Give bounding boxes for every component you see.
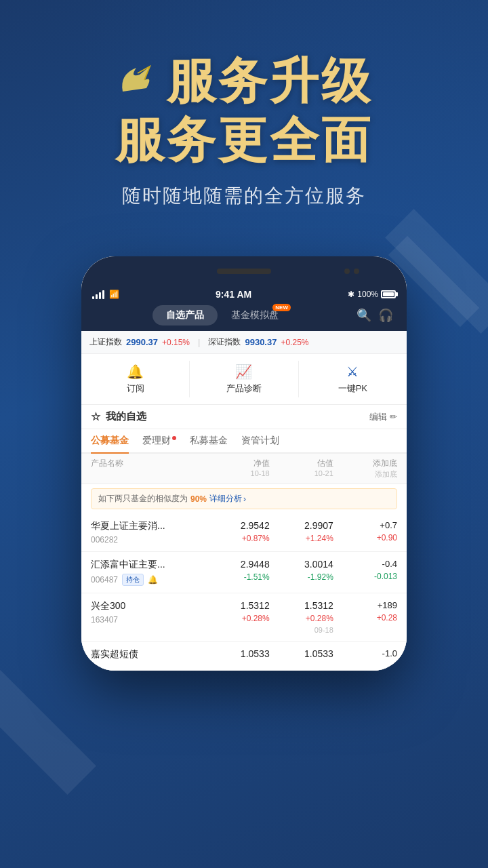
deco-stripe-3	[0, 670, 96, 795]
wifi-icon: 📶	[109, 290, 119, 299]
chevron-right-icon: ›	[243, 494, 246, 504]
signal-bar-3	[99, 292, 101, 299]
sz-change: +0.25%	[281, 338, 308, 347]
quick-action-diagnose[interactable]: 📈 产品诊断	[190, 361, 298, 397]
diagnose-label: 产品诊断	[226, 382, 262, 395]
nav-tab-simfund[interactable]: 基金模拟盘 NEW	[218, 305, 292, 326]
fund-row-3[interactable]: 嘉实超短债 1.0533 1.0533 -1.0	[81, 642, 407, 671]
fund-add2-0: +0.90	[333, 533, 397, 542]
fund-info-3: 嘉实超短债	[91, 648, 206, 663]
nav-tab-watchlist[interactable]: 自选产品	[152, 305, 218, 326]
fund-row-2[interactable]: 兴全300 163407 1.5312 +0.28% 1.5312 +0.28%…	[81, 593, 407, 642]
cat-tab-asset-mgmt-label: 资管计划	[241, 435, 279, 446]
fund-date: 09-18	[270, 626, 333, 634]
signal-bars	[92, 290, 104, 299]
sh-ticker: 上证指数 2990.37 +0.15%	[89, 336, 190, 348]
sh-label: 上证指数	[89, 336, 122, 348]
col-name-header: 产品名称	[91, 458, 206, 479]
ticker-divider: |	[198, 337, 200, 347]
cat-tab-public-fund[interactable]: 公募基金	[91, 429, 129, 452]
similarity-link[interactable]: 详细分析 ›	[209, 493, 246, 505]
phone-notch-bar	[81, 256, 407, 286]
battery-fill	[383, 292, 394, 296]
quick-action-subscribe[interactable]: 🔔 订阅	[81, 361, 190, 397]
fund-nav-val-3: 1.0533	[206, 648, 270, 659]
fund-code-row-0: 006282	[91, 535, 206, 545]
fund-name-3: 嘉实超短债	[91, 648, 206, 660]
watchlist-header: ☆ 我的自选 编辑 ✏	[81, 405, 407, 429]
nav-icons: 🔍 🎧	[357, 305, 393, 326]
fund-nav-change-1: -1.51%	[206, 572, 270, 582]
fund-nav-col-0: 2.9542 +0.87%	[206, 520, 270, 543]
subscribe-icon: 🔔	[127, 363, 144, 380]
fund-code-1: 006487	[91, 575, 118, 585]
fund-add-val-1: -0.4	[333, 559, 397, 569]
watchlist-icon: ☆	[91, 410, 100, 423]
search-icon-btn[interactable]: 🔍	[357, 308, 371, 323]
fund-row-0[interactable]: 华夏上证主要消... 006282 2.9542 +0.87% 2.9907 +…	[81, 513, 407, 552]
fund-est-col-0: 2.9907 +1.24%	[270, 520, 333, 543]
phone-outer: 📶 9:41 AM ✱ 100% 自选产品 基金模拟盘 NEW	[81, 256, 407, 671]
battery-pct: 100%	[357, 290, 378, 299]
signal-bar-1	[92, 296, 94, 299]
pk-label: 一键PK	[338, 382, 367, 395]
sz-value: 9930.37	[245, 337, 277, 347]
col-est-label: 估值	[317, 458, 333, 469]
fund-nav-change-2: +0.28%	[206, 614, 270, 623]
fund-add-col-1: -0.4 -0.013	[333, 559, 397, 581]
fund-add-val-3: -1.0	[333, 648, 397, 658]
subscribe-label: 订阅	[127, 382, 144, 395]
col-nav-header: 净值 10-18	[206, 458, 270, 479]
phone-camera-dots	[344, 269, 359, 274]
col-add-header: 添加底 添加底	[333, 458, 397, 479]
fund-nav-col-2: 1.5312 +0.28%	[206, 600, 270, 623]
bluetooth-icon: ✱	[348, 290, 354, 299]
signal-bar-2	[96, 294, 98, 299]
col-nav-label: 净值	[253, 458, 270, 469]
phone-dot-2	[354, 269, 359, 274]
fund-nav-val-0: 2.9542	[206, 520, 270, 531]
col-add-sub: 添加底	[333, 469, 397, 479]
fund-code-0: 006282	[91, 535, 118, 545]
status-left: 📶	[92, 290, 119, 299]
fund-info-1: 汇添富中证主要... 006487 持仓 🔔	[91, 559, 206, 586]
fund-add2-1: -0.013	[333, 572, 397, 581]
hero-title-line1: 服务升级	[167, 54, 373, 108]
pk-icon: ⚔	[346, 363, 359, 380]
hero-title-row1: 服务升级	[41, 54, 447, 108]
phone-screen: 上证指数 2990.37 +0.15% | 深证指数 9930.37 +0.25…	[81, 331, 407, 671]
fund-nav-val-2: 1.5312	[206, 600, 270, 611]
fund-name-0: 华夏上证主要消...	[91, 520, 206, 532]
status-right: ✱ 100%	[348, 290, 396, 299]
quick-action-pk[interactable]: ⚔ 一键PK	[299, 361, 407, 397]
hero-title-line2: 服务更全面	[41, 113, 447, 167]
fund-est-val-0: 2.9907	[270, 520, 333, 531]
nav-tab-simfund-label: 基金模拟盘	[231, 309, 279, 320]
fund-info-0: 华夏上证主要消... 006282	[91, 520, 206, 545]
cat-tab-asset-mgmt[interactable]: 资管计划	[241, 429, 279, 452]
fund-est-change-0: +1.24%	[270, 534, 333, 543]
sz-ticker: 深证指数 9930.37 +0.25%	[208, 336, 308, 348]
fund-est-change-2: +0.28%	[270, 614, 333, 623]
fund-est-val-3: 1.0533	[270, 648, 333, 659]
col-nav-date: 10-18	[251, 469, 270, 477]
sh-change: +0.15%	[162, 338, 190, 347]
fund-add-col-0: +0.7 +0.90	[333, 520, 397, 542]
fund-est-col-2: 1.5312 +0.28% 09-18	[270, 600, 333, 634]
phone-mockup: 📶 9:41 AM ✱ 100% 自选产品 基金模拟盘 NEW	[0, 256, 488, 671]
col-est-header: 估值 10-21	[270, 458, 333, 479]
fund-add-col-2: +189 +0.28	[333, 600, 397, 623]
fund-row-1[interactable]: 汇添富中证主要... 006487 持仓 🔔 2.9448 -1.51% 3.0…	[81, 552, 407, 593]
hold-badge: 持仓	[122, 574, 144, 586]
fund-code-row-1: 006487 持仓 🔔	[91, 574, 206, 586]
headset-icon-btn[interactable]: 🎧	[378, 308, 393, 323]
cat-tab-private-fund[interactable]: 私募基金	[190, 429, 228, 452]
edit-button[interactable]: 编辑 ✏	[369, 411, 397, 423]
fund-code-row-2: 163407	[91, 615, 206, 625]
fund-est-val-1: 3.0014	[270, 559, 333, 570]
status-time: 9:41 AM	[216, 289, 251, 300]
fund-code-2: 163407	[91, 615, 118, 625]
similarity-alert: 如下两只基金的相似度为 90% 详细分析 ›	[91, 488, 397, 509]
cat-tab-private-fund-label: 私募基金	[190, 435, 228, 446]
cat-tab-wealth[interactable]: 爱理财	[142, 429, 176, 452]
